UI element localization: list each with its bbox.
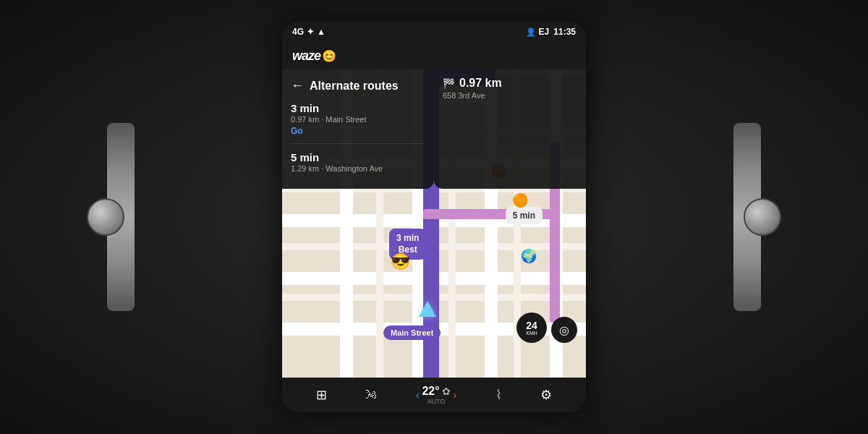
climate-button[interactable]: 🌬 — [365, 388, 377, 401]
temperature-display: ‹ 22° ✿ AUTO › — [416, 385, 457, 405]
speed-value: 24 — [526, 320, 537, 331]
recenter-icon: ◎ — [559, 323, 569, 337]
left-knob[interactable] — [87, 198, 124, 236]
car-frame: 4G ✦ ▲ 👤 EJ 11:35 waze 😊 — [0, 0, 868, 434]
recenter-button[interactable]: ◎ — [551, 317, 577, 343]
route-1-time: 3 min — [291, 102, 425, 114]
routes-panel: ← Alternate routes 3 min 0.97 km · Main … — [282, 69, 434, 189]
temp-right-arrow[interactable]: › — [454, 389, 457, 401]
user-indicator: 👤 EJ — [526, 27, 549, 37]
navigation-arrow — [419, 301, 436, 317]
speed-badge: 24 KMH — [516, 312, 547, 343]
route-item-1[interactable]: 3 min 0.97 km · Main Street Go — [291, 102, 425, 144]
route-1-go[interactable]: Go — [291, 126, 425, 136]
grid-icon: ⊞ — [316, 387, 327, 403]
destination-icon: 🏁 — [443, 77, 455, 89]
temp-left-arrow[interactable]: ‹ — [416, 389, 420, 401]
waze-logo: waze — [292, 48, 320, 64]
phone-screen: 4G ✦ ▲ 👤 EJ 11:35 waze 😊 — [282, 22, 586, 412]
street-label: Main Street — [383, 326, 441, 340]
map-area[interactable]: ← Alternate routes 3 min 0.97 km · Main … — [282, 69, 586, 383]
waze-character-2: 🌍 — [521, 248, 537, 264]
auto-label: AUTO — [422, 398, 450, 405]
panel-title: Alternate routes — [310, 80, 399, 93]
best-badge-time: 3 min — [396, 233, 419, 244]
seat-icon: ⌇ — [495, 387, 502, 403]
waze-mascot-icon: 😊 — [322, 49, 336, 63]
status-left: 4G ✦ ▲ — [292, 27, 326, 37]
destination-panel: 🏁 0.97 km 658 3rd Ave — [434, 69, 586, 189]
alt-badge-time: 5 min — [513, 210, 535, 221]
destination-distance: 🏁 0.97 km — [443, 77, 577, 90]
speed-unit: KMH — [526, 331, 537, 336]
ac-icon: 🌬 — [365, 388, 377, 401]
waze-character-1: 😎 — [391, 252, 410, 271]
waze-header: waze 😊 — [282, 42, 586, 69]
overlay-panel: ← Alternate routes 3 min 0.97 km · Main … — [282, 69, 586, 189]
status-bar: 4G ✦ ▲ 👤 EJ 11:35 — [282, 22, 586, 42]
status-right: 👤 EJ 11:35 — [526, 27, 576, 37]
signal-indicator: 4G — [292, 27, 304, 37]
settings-icon: ⚙ — [540, 387, 552, 403]
bluetooth-icon: ✦ — [307, 27, 314, 37]
route-1-detail: 0.97 km · Main Street — [291, 115, 425, 124]
fan-icon: ✿ — [442, 386, 451, 397]
route-2-time: 5 min — [291, 151, 425, 163]
seat-button[interactable]: ⌇ — [495, 387, 502, 403]
waze-character-4: 🟠 — [512, 192, 528, 208]
route-2-detail: 1.29 km · Washington Ave — [291, 164, 425, 173]
route-item-2[interactable]: 5 min 1.29 km · Washington Ave — [291, 151, 425, 180]
temp-value: 22° — [422, 385, 439, 398]
back-button[interactable]: ← — [291, 78, 304, 93]
right-knob[interactable] — [744, 198, 781, 236]
notch — [398, 22, 470, 26]
car-bottom-bar: ⊞ 🌬 ‹ 22° ✿ AUTO › ⌇ ⚙ — [282, 378, 586, 412]
location-icon: ▲ — [317, 27, 326, 37]
alt-route-badge[interactable]: 5 min — [506, 207, 542, 224]
panel-header: ← Alternate routes — [291, 78, 425, 93]
settings-button[interactable]: ⚙ — [540, 387, 552, 403]
clock: 11:35 — [553, 27, 576, 37]
grid-button[interactable]: ⊞ — [316, 387, 327, 403]
destination-street: 658 3rd Ave — [443, 91, 577, 100]
